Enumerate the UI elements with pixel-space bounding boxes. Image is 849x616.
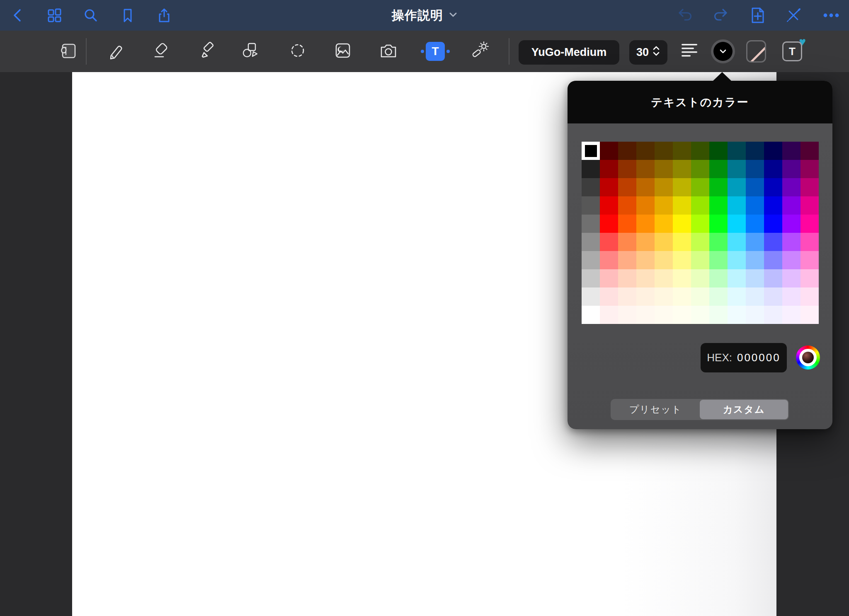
color-swatch[interactable] [600, 287, 618, 306]
color-swatch[interactable] [800, 196, 819, 215]
color-swatch[interactable] [746, 306, 764, 324]
color-swatch[interactable] [800, 251, 819, 269]
redo-button[interactable] [707, 0, 734, 31]
text-style-button[interactable]: T ♥ [782, 41, 802, 61]
highlighter-tool-button[interactable] [197, 41, 217, 61]
color-swatch[interactable] [709, 178, 728, 196]
color-swatch[interactable] [709, 269, 728, 287]
color-swatch[interactable] [582, 178, 600, 196]
color-swatch[interactable] [582, 196, 600, 215]
color-swatch[interactable] [600, 178, 618, 196]
color-swatch[interactable] [728, 233, 746, 251]
color-swatch[interactable] [636, 142, 655, 160]
color-swatch[interactable] [673, 269, 691, 287]
color-swatch[interactable] [764, 160, 782, 178]
color-swatch[interactable] [691, 178, 709, 196]
color-swatch[interactable] [800, 142, 819, 160]
color-swatch[interactable] [673, 251, 691, 269]
color-swatch[interactable] [673, 160, 691, 178]
color-swatch[interactable] [709, 142, 728, 160]
color-swatch[interactable] [764, 215, 782, 233]
color-swatch[interactable] [691, 233, 709, 251]
hex-input[interactable]: HEX: 000000 [701, 343, 787, 372]
color-swatch[interactable] [800, 287, 819, 306]
color-swatch[interactable] [600, 160, 618, 178]
color-swatch[interactable] [636, 251, 655, 269]
color-swatch[interactable] [728, 215, 746, 233]
color-swatch[interactable] [600, 269, 618, 287]
share-button[interactable] [151, 0, 177, 31]
page-panel-button[interactable] [58, 41, 78, 61]
color-swatch[interactable] [709, 196, 728, 215]
color-swatch[interactable] [655, 160, 673, 178]
color-swatch[interactable] [618, 251, 636, 269]
color-swatch[interactable] [673, 142, 691, 160]
color-swatch[interactable] [618, 215, 636, 233]
color-swatch[interactable] [800, 233, 819, 251]
color-swatch[interactable] [691, 160, 709, 178]
color-swatch[interactable] [800, 178, 819, 196]
color-swatch[interactable] [800, 269, 819, 287]
color-swatch[interactable] [673, 306, 691, 324]
color-swatch[interactable] [800, 160, 819, 178]
color-swatch[interactable] [636, 233, 655, 251]
color-swatch[interactable] [782, 160, 800, 178]
color-swatch[interactable] [764, 251, 782, 269]
color-swatch[interactable] [618, 196, 636, 215]
lasso-tool-button[interactable] [288, 41, 308, 61]
color-swatch[interactable] [764, 178, 782, 196]
color-swatch[interactable] [582, 306, 600, 324]
add-page-button[interactable] [745, 0, 771, 31]
color-swatch[interactable] [746, 160, 764, 178]
color-swatch[interactable] [600, 215, 618, 233]
color-swatch[interactable] [746, 251, 764, 269]
eraser-tool-button[interactable] [151, 41, 171, 61]
font-family-button[interactable]: YuGo-Medium [519, 40, 619, 65]
color-swatch[interactable] [746, 269, 764, 287]
color-swatch[interactable] [691, 215, 709, 233]
tab-custom[interactable]: カスタム [700, 400, 788, 419]
color-wheel-button[interactable] [796, 345, 820, 370]
color-swatch[interactable] [764, 196, 782, 215]
color-swatch[interactable] [673, 178, 691, 196]
color-swatch[interactable] [728, 306, 746, 324]
color-swatch[interactable] [782, 215, 800, 233]
back-button[interactable] [5, 0, 32, 31]
color-swatch[interactable] [728, 160, 746, 178]
color-swatch[interactable] [782, 142, 800, 160]
color-swatch[interactable] [709, 233, 728, 251]
color-swatch[interactable] [728, 251, 746, 269]
color-swatch[interactable] [582, 160, 600, 178]
image-tool-button[interactable] [333, 41, 353, 61]
color-swatch[interactable] [655, 287, 673, 306]
color-swatch[interactable] [746, 178, 764, 196]
pen-tool-button[interactable] [106, 41, 126, 61]
color-swatch[interactable] [673, 287, 691, 306]
text-color-button[interactable] [711, 39, 735, 63]
color-swatch[interactable] [746, 196, 764, 215]
thumbnails-button[interactable] [41, 0, 68, 31]
color-swatch[interactable] [691, 142, 709, 160]
color-swatch[interactable] [764, 233, 782, 251]
color-swatch[interactable] [782, 306, 800, 324]
color-swatch[interactable] [655, 178, 673, 196]
color-swatch[interactable] [673, 196, 691, 215]
color-swatch[interactable] [618, 160, 636, 178]
color-swatch[interactable] [582, 215, 600, 233]
color-swatch[interactable] [673, 215, 691, 233]
color-swatch[interactable] [691, 306, 709, 324]
color-swatch[interactable] [618, 287, 636, 306]
tab-preset[interactable]: プリセット [611, 400, 700, 419]
color-swatch[interactable] [782, 287, 800, 306]
search-button[interactable] [78, 0, 104, 31]
color-swatch[interactable] [618, 142, 636, 160]
color-swatch-selected[interactable] [582, 142, 600, 160]
color-swatch[interactable] [691, 251, 709, 269]
color-swatch[interactable] [746, 233, 764, 251]
color-swatch[interactable] [636, 269, 655, 287]
color-swatch[interactable] [782, 269, 800, 287]
color-swatch[interactable] [636, 215, 655, 233]
color-swatch[interactable] [728, 178, 746, 196]
color-swatch[interactable] [636, 306, 655, 324]
color-swatch[interactable] [655, 196, 673, 215]
